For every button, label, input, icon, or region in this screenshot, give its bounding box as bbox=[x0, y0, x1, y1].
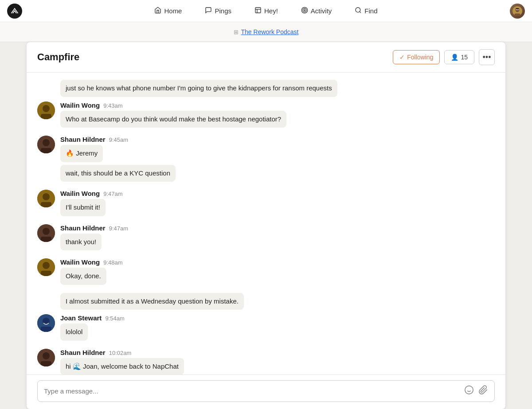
emoji-button[interactable] bbox=[464, 385, 474, 397]
list-item: Shaun Hildner 10:02am hi 🌊 Joan, welcome… bbox=[37, 349, 495, 375]
nav-hey[interactable]: Hey! bbox=[250, 4, 282, 18]
home-icon bbox=[154, 7, 161, 16]
sender-name: Shaun Hildner bbox=[60, 224, 106, 232]
message-meta: Shaun Hildner 9:45am bbox=[60, 136, 495, 143]
avatar bbox=[37, 349, 55, 366]
attachment-button[interactable] bbox=[478, 385, 488, 397]
message-text: hi 🌊 Joan, welcome back to NapChat bbox=[60, 358, 184, 375]
message-text: I almost submitted it as a Wednesday que… bbox=[60, 293, 244, 310]
message-content: Wailin Wong 9:48am Okay, done. bbox=[60, 258, 495, 285]
svg-point-25 bbox=[43, 262, 50, 269]
sender-name: Joan Stewart bbox=[60, 314, 102, 322]
breadcrumb-link[interactable]: ⊞ The Rework Podcast bbox=[234, 28, 299, 35]
checkmark-icon: ✓ bbox=[399, 54, 405, 61]
nav-home-label: Home bbox=[164, 7, 182, 15]
message-meta: Shaun Hildner 10:02am bbox=[60, 349, 495, 356]
activity-icon bbox=[301, 7, 308, 16]
message-content: Wailin Wong 9:47am I'll submit it! bbox=[60, 190, 495, 216]
nav-home[interactable]: Home bbox=[150, 4, 186, 18]
following-button[interactable]: ✓ Following bbox=[393, 50, 440, 64]
svg-point-13 bbox=[43, 105, 50, 112]
breadcrumb: ⊞ The Rework Podcast bbox=[0, 22, 532, 42]
svg-rect-23 bbox=[41, 237, 51, 242]
nav-hey-label: Hey! bbox=[264, 7, 278, 15]
chat-header: Campfire ✓ Following 👤 15 ••• bbox=[27, 42, 505, 73]
message-time: 9:48am bbox=[103, 259, 122, 266]
message-time: 9:54am bbox=[105, 315, 124, 322]
nav-activity[interactable]: Activity bbox=[297, 4, 336, 18]
members-button[interactable]: 👤 15 bbox=[444, 50, 474, 64]
message-meta: Shaun Hildner 9:47am bbox=[60, 224, 495, 232]
svg-point-9 bbox=[516, 9, 517, 10]
top-navigation: Home Pings Hey! Activity Find bbox=[0, 0, 532, 22]
nav-pings[interactable]: Pings bbox=[200, 4, 236, 18]
message-content: Joan Stewart 9:54am lololol bbox=[60, 314, 495, 341]
svg-rect-32 bbox=[41, 361, 51, 366]
message-meta: Joan Stewart 9:54am bbox=[60, 314, 495, 322]
svg-rect-26 bbox=[41, 271, 51, 276]
avatar bbox=[37, 136, 55, 153]
svg-point-33 bbox=[465, 386, 473, 394]
message-text: I'll submit it! bbox=[60, 199, 106, 216]
message-text: Who at Basecamp do you think would make … bbox=[60, 111, 286, 128]
message-time: 10:02am bbox=[109, 350, 132, 356]
find-icon bbox=[355, 7, 362, 16]
list-item: Shaun Hildner 9:45am 🔥 Jeremy wait, this… bbox=[37, 136, 495, 182]
avatar bbox=[37, 224, 55, 242]
svg-point-31 bbox=[43, 352, 50, 359]
message-content: Wailin Wong 9:43am Who at Basecamp do yo… bbox=[60, 101, 495, 128]
list-item: I almost submitted it as a Wednesday que… bbox=[60, 293, 495, 310]
nav-find[interactable]: Find bbox=[350, 4, 382, 18]
more-button[interactable]: ••• bbox=[479, 49, 495, 65]
avatar bbox=[37, 314, 55, 332]
message-time: 9:47am bbox=[109, 225, 128, 232]
message-text: just so he knows what phone number I'm g… bbox=[60, 80, 337, 97]
svg-point-10 bbox=[518, 9, 519, 10]
list-item: Wailin Wong 9:48am Okay, done. bbox=[37, 258, 495, 285]
sender-name: Shaun Hildner bbox=[60, 349, 106, 356]
list-item: just so he knows what phone number I'm g… bbox=[60, 80, 495, 97]
message-meta: Wailin Wong 9:43am bbox=[60, 101, 495, 109]
svg-rect-20 bbox=[41, 202, 51, 207]
chat-container: Campfire ✓ Following 👤 15 ••• just so he… bbox=[27, 42, 505, 409]
mention-bubble: 🔥 Jeremy bbox=[60, 145, 103, 162]
message-text: wait, this should be a KYC question bbox=[60, 165, 176, 182]
more-icon: ••• bbox=[483, 53, 491, 62]
sender-name: Wailin Wong bbox=[60, 190, 100, 197]
svg-rect-29 bbox=[41, 327, 51, 332]
breadcrumb-text: The Rework Podcast bbox=[241, 28, 299, 35]
nav-activity-label: Activity bbox=[311, 7, 332, 15]
message-time: 9:43am bbox=[103, 102, 122, 109]
message-content: Shaun Hildner 9:47am thank you! bbox=[60, 224, 495, 251]
sender-name: Wailin Wong bbox=[60, 101, 100, 109]
svg-point-16 bbox=[43, 139, 50, 146]
list-item: Wailin Wong 9:43am Who at Basecamp do yo… bbox=[37, 101, 495, 128]
user-avatar[interactable] bbox=[510, 4, 525, 19]
chat-title: Campfire bbox=[37, 51, 79, 63]
following-label: Following bbox=[407, 54, 433, 61]
message-text: thank you! bbox=[60, 234, 102, 251]
avatar bbox=[37, 101, 55, 119]
message-content: Shaun Hildner 9:45am 🔥 Jeremy wait, this… bbox=[60, 136, 495, 182]
svg-rect-0 bbox=[255, 8, 261, 13]
chat-header-actions: ✓ Following 👤 15 ••• bbox=[393, 49, 495, 65]
svg-rect-11 bbox=[516, 8, 519, 9]
message-time: 9:47am bbox=[103, 191, 122, 197]
members-count: 15 bbox=[461, 54, 468, 61]
messages-area[interactable]: just so he knows what phone number I'm g… bbox=[27, 73, 505, 374]
svg-point-28 bbox=[43, 318, 50, 325]
pings-icon bbox=[205, 7, 212, 16]
sender-name: Wailin Wong bbox=[60, 258, 100, 266]
breadcrumb-icon: ⊞ bbox=[234, 29, 239, 35]
list-item: Wailin Wong 9:47am I'll submit it! bbox=[37, 190, 495, 216]
avatar bbox=[37, 258, 55, 276]
avatar bbox=[37, 190, 55, 207]
message-meta: Wailin Wong 9:47am bbox=[60, 190, 495, 197]
sender-name: Shaun Hildner bbox=[60, 136, 106, 143]
message-content: Shaun Hildner 10:02am hi 🌊 Joan, welcome… bbox=[60, 349, 495, 375]
app-logo[interactable] bbox=[7, 4, 22, 19]
svg-point-19 bbox=[43, 193, 50, 200]
svg-point-3 bbox=[304, 9, 305, 11]
hey-icon bbox=[254, 7, 262, 16]
message-input[interactable] bbox=[44, 387, 460, 395]
